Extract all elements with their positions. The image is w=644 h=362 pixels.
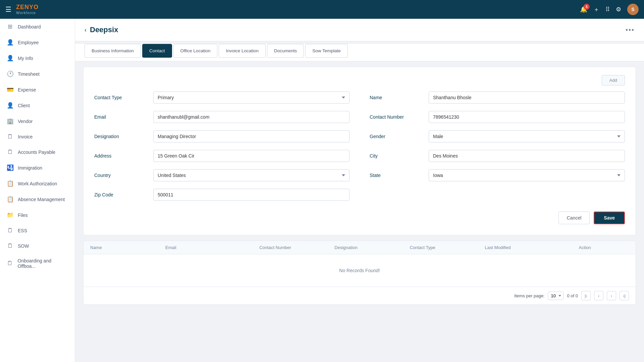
items-per-page-label: Items per page:: [514, 293, 544, 298]
sidebar-item-vendor[interactable]: 🏢 Vendor: [0, 113, 75, 129]
contact-number-row: Contact Number: [370, 111, 625, 123]
country-row: Country United States Canada United King…: [94, 169, 350, 181]
sidebar-item-label: SOW: [18, 243, 29, 249]
sidebar-item-sow[interactable]: 🗒 SOW: [0, 238, 75, 254]
name-input[interactable]: [429, 92, 625, 104]
tab-documents[interactable]: Documents: [267, 44, 304, 58]
zip-code-row: Zip Code: [94, 189, 350, 201]
designation-input[interactable]: [153, 130, 350, 142]
ess-icon: 🗒: [6, 227, 14, 234]
contact-type-row: Contact Type Primary Secondary Emergency: [94, 92, 350, 104]
col-last-modified: Last Modified: [485, 245, 579, 250]
add-icon[interactable]: ＋: [593, 5, 599, 13]
contacts-table-panel: Name Email Contact Number Designation Co…: [83, 241, 636, 305]
col-email: Email: [165, 245, 259, 250]
state-label: State: [370, 169, 423, 178]
per-page-select[interactable]: 10 25 50: [548, 292, 564, 300]
tab-business-information[interactable]: Business Information: [85, 44, 141, 58]
tabs-bar: Business Information Contact Office Loca…: [75, 44, 644, 61]
state-row: State Iowa Texas California New York: [370, 169, 625, 181]
sidebar-item-expense[interactable]: 💳 Expense: [0, 82, 75, 98]
add-button[interactable]: Add: [602, 75, 625, 85]
state-select[interactable]: Iowa Texas California New York: [429, 169, 625, 181]
address-input[interactable]: [153, 150, 350, 162]
tab-sow-template[interactable]: Sow Template: [305, 44, 348, 58]
gender-select[interactable]: Male Female Other: [429, 130, 625, 142]
notifications-icon[interactable]: 🔔 5: [580, 6, 587, 13]
myinfo-icon: 👤: [6, 55, 14, 62]
sow-icon: 🗒: [6, 243, 14, 249]
tab-office-location[interactable]: Office Location: [173, 44, 218, 58]
top-navigation: ☰ ZENYO Workforce 🔔 5 ＋ ⠿ ⚙ S: [0, 0, 644, 19]
sidebar-item-work-authorization[interactable]: 📋 Work Authorization: [0, 176, 75, 191]
city-row: City: [370, 150, 625, 162]
zip-code-label: Zip Code: [94, 189, 148, 197]
more-options-button[interactable]: •••: [626, 26, 635, 34]
contact-type-select[interactable]: Primary Secondary Emergency: [153, 92, 350, 104]
name-label: Name: [370, 92, 423, 100]
contact-number-input[interactable]: [429, 111, 625, 123]
sidebar-item-files[interactable]: 📁 Files: [0, 207, 75, 223]
sidebar-item-label: Client: [18, 103, 30, 108]
sidebar-item-label: Timesheet: [18, 71, 40, 77]
email-label: Email: [94, 111, 148, 120]
cancel-button[interactable]: Cancel: [558, 212, 590, 224]
sidebar-item-ess[interactable]: 🗒 ESS: [0, 223, 75, 238]
table-empty-message: No Records Found!: [84, 254, 636, 287]
tab-contact[interactable]: Contact: [142, 44, 172, 58]
sidebar-item-label: Work Authorization: [18, 181, 57, 186]
sidebar-item-label: Expense: [18, 87, 36, 93]
sidebar-item-label: Dashboard: [18, 24, 41, 29]
zip-code-input[interactable]: [153, 189, 350, 201]
city-input[interactable]: [429, 150, 625, 162]
email-input[interactable]: [153, 111, 350, 123]
expense-icon: 💳: [6, 86, 14, 93]
work-auth-icon: 📋: [6, 180, 14, 187]
country-label: Country: [94, 169, 148, 178]
gender-label: Gender: [370, 130, 423, 139]
sidebar-item-immigration[interactable]: 🛂 Immigration: [0, 160, 75, 176]
email-row: Email: [94, 111, 350, 123]
sidebar: ⊞ Dashboard 👤 Employee 👤 My Info 🕐 Times…: [0, 19, 75, 362]
first-page-button[interactable]: |‹: [581, 291, 591, 300]
table-footer: Items per page: 10 25 50 0 of 0 |‹ ‹ › ›…: [84, 287, 636, 304]
main-content: ‹ Deepsix ••• Business Information Conta…: [75, 19, 644, 362]
save-button[interactable]: Save: [594, 212, 625, 224]
sidebar-item-label: My Info: [18, 56, 33, 61]
sidebar-item-label: Employee: [18, 40, 39, 45]
grid-icon[interactable]: ⠿: [605, 6, 610, 13]
dashboard-icon: ⊞: [6, 23, 14, 30]
gender-row: Gender Male Female Other: [370, 130, 625, 142]
address-label: Address: [94, 150, 148, 159]
contact-type-label: Contact Type: [94, 92, 148, 100]
hamburger-menu[interactable]: ☰: [5, 5, 11, 13]
user-avatar[interactable]: S: [627, 4, 639, 15]
page-info: 0 of 0: [567, 293, 578, 298]
col-contact-type: Contact Type: [410, 245, 485, 250]
next-page-button[interactable]: ›: [607, 291, 616, 300]
prev-page-button[interactable]: ‹: [594, 291, 603, 300]
contact-form-panel: Add Contact Type Primary Secondary Emerg…: [83, 67, 636, 235]
sidebar-item-client[interactable]: 👤 Client: [0, 98, 75, 113]
sidebar-item-onboarding[interactable]: 🗒 Onboarding and Offboa...: [0, 254, 75, 273]
sidebar-item-label: Files: [18, 213, 28, 218]
settings-icon[interactable]: ⚙: [616, 6, 621, 13]
notification-badge: 5: [584, 4, 590, 10]
sidebar-item-timesheet[interactable]: 🕐 Timesheet: [0, 66, 75, 82]
sidebar-item-dashboard[interactable]: ⊞ Dashboard: [0, 19, 75, 35]
page-title: Deepsix: [90, 25, 118, 34]
country-select[interactable]: United States Canada United Kingdom Indi…: [153, 169, 350, 181]
files-icon: 📁: [6, 212, 14, 219]
sidebar-item-myinfo[interactable]: 👤 My Info: [0, 50, 75, 66]
app-logo: ZENYO Workforce: [16, 4, 39, 15]
absence-icon: 📋: [6, 196, 14, 203]
contact-number-label: Contact Number: [370, 111, 423, 120]
sidebar-item-invoice[interactable]: 🗒 Invoice: [0, 129, 75, 144]
vendor-icon: 🏢: [6, 118, 14, 125]
sidebar-item-employee[interactable]: 👤 Employee: [0, 35, 75, 50]
back-button[interactable]: ‹: [85, 26, 87, 34]
sidebar-item-absence-management[interactable]: 📋 Absence Management: [0, 191, 75, 207]
last-page-button[interactable]: ›|: [620, 291, 629, 300]
tab-invoice-location[interactable]: Invoice Location: [219, 44, 266, 58]
sidebar-item-accounts-payable[interactable]: 🗒 Accounts Payable: [0, 144, 75, 160]
